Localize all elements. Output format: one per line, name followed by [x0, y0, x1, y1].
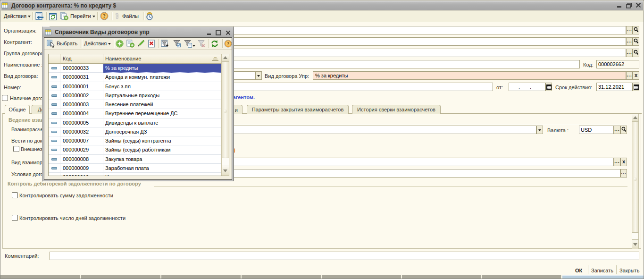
svg-text:?: ? [103, 13, 106, 19]
svg-text:?: ? [227, 41, 230, 46]
